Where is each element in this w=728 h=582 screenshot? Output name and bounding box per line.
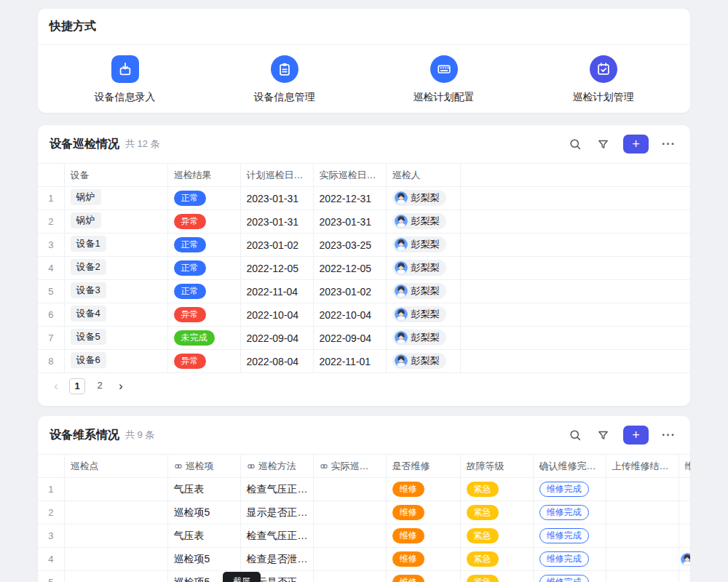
actual-date-cell[interactable]: 2022-11-01 (313, 350, 386, 373)
row-number[interactable]: 4 (38, 257, 64, 280)
upload-cell[interactable] (606, 501, 678, 525)
device-cell[interactable]: 设备4 (64, 303, 167, 327)
row-number[interactable]: 3 (38, 234, 64, 257)
point-cell[interactable] (64, 571, 167, 582)
plan-date-cell[interactable]: 2023-01-02 (240, 234, 313, 257)
inspector-cell[interactable]: 彭梨梨 (386, 280, 460, 303)
col-inspector[interactable]: 巡检人 (386, 164, 460, 187)
point-cell[interactable] (64, 478, 167, 501)
device-cell[interactable]: 锅炉 (64, 210, 167, 234)
actual-date-cell[interactable]: 2022-12-05 (313, 257, 386, 280)
result-cell[interactable]: 正常 (167, 234, 240, 257)
row-number[interactable]: 2 (38, 210, 64, 234)
clipped-cell[interactable] (678, 571, 690, 582)
col-upload[interactable]: 上传维修结… (606, 455, 678, 478)
actual-date-cell[interactable]: 2023-01-02 (313, 280, 386, 303)
page-1-button[interactable]: 1 (69, 378, 85, 394)
shortcut-plan-manage[interactable]: 巡检计划管理 (523, 55, 683, 104)
col-point[interactable]: 巡检点 (64, 455, 167, 478)
confirm-cell[interactable]: 维修完成 (533, 525, 606, 548)
row-number[interactable]: 1 (38, 478, 64, 501)
level-cell[interactable]: 紧急 (460, 478, 533, 501)
plan-date-cell[interactable]: 2023-01-31 (240, 187, 313, 210)
col-actual[interactable]: 实际巡… (313, 455, 386, 478)
result-cell[interactable]: 正常 (167, 280, 240, 303)
repair-cell[interactable]: 维修 (386, 501, 460, 525)
level-cell[interactable]: 紧急 (460, 548, 533, 571)
empty-cell[interactable] (460, 234, 690, 257)
repair-cell[interactable]: 维修 (386, 571, 460, 582)
row-number[interactable]: 5 (38, 571, 64, 582)
repair-cell[interactable]: 维修 (386, 478, 460, 501)
actual-date-cell[interactable]: 2022-09-04 (313, 327, 386, 350)
search-icon[interactable] (568, 137, 582, 151)
inspector-cell[interactable]: 彭梨梨 (386, 303, 460, 327)
add-record-button[interactable]: + (623, 135, 649, 154)
page-2-button[interactable]: 2 (92, 378, 108, 394)
inspector-cell[interactable]: 彭梨梨 (386, 187, 460, 210)
row-number[interactable]: 3 (38, 525, 64, 548)
confirm-cell[interactable]: 维修完成 (533, 501, 606, 525)
inspector-cell[interactable]: 彭梨梨 (386, 257, 460, 280)
row-number[interactable]: 5 (38, 280, 64, 303)
result-cell[interactable]: 正常 (167, 257, 240, 280)
device-cell[interactable]: 设备6 (64, 350, 167, 373)
more-actions-icon[interactable]: ··· (662, 137, 676, 151)
actual-date-cell[interactable]: 2022-10-04 (313, 303, 386, 327)
point-cell[interactable] (64, 548, 167, 571)
device-cell[interactable]: 设备2 (64, 257, 167, 280)
row-number-header[interactable] (38, 164, 64, 187)
confirm-cell[interactable]: 维修完成 (533, 571, 606, 582)
next-page-icon[interactable]: › (114, 380, 127, 393)
upload-cell[interactable] (606, 548, 678, 571)
plan-date-cell[interactable]: 2022-12-05 (240, 257, 313, 280)
device-cell[interactable]: 设备1 (64, 234, 167, 257)
device-cell[interactable]: 设备3 (64, 280, 167, 303)
upload-cell[interactable] (606, 571, 678, 582)
col-plan-date[interactable]: 计划巡检日… (240, 164, 313, 187)
clipped-cell[interactable] (678, 548, 690, 571)
actual-cell[interactable] (313, 501, 386, 525)
search-icon[interactable] (568, 428, 582, 442)
item-cell[interactable]: 巡检项5 (167, 501, 240, 525)
actual-cell[interactable] (313, 571, 386, 582)
level-cell[interactable]: 紧急 (460, 571, 533, 582)
row-number[interactable]: 6 (38, 303, 64, 327)
plan-date-cell[interactable]: 2022-10-04 (240, 303, 313, 327)
result-cell[interactable]: 正常 (167, 187, 240, 210)
filter-icon[interactable] (596, 137, 610, 151)
actual-cell[interactable] (313, 478, 386, 501)
empty-cell[interactable] (460, 187, 690, 210)
plan-date-cell[interactable]: 2022-11-04 (240, 280, 313, 303)
plan-date-cell[interactable]: 2022-08-04 (240, 350, 313, 373)
col-repair[interactable]: 是否维修 (386, 455, 460, 478)
device-cell[interactable]: 锅炉 (64, 187, 167, 210)
actual-date-cell[interactable]: 2023-01-31 (313, 210, 386, 234)
confirm-cell[interactable]: 维修完成 (533, 548, 606, 571)
row-number[interactable]: 8 (38, 350, 64, 373)
row-number[interactable]: 2 (38, 501, 64, 525)
repair-cell[interactable]: 维修 (386, 525, 460, 548)
empty-cell[interactable] (460, 327, 690, 350)
actual-cell[interactable] (313, 548, 386, 571)
result-cell[interactable]: 异常 (167, 303, 240, 327)
clipped-cell[interactable] (678, 501, 690, 525)
row-number[interactable]: 1 (38, 187, 64, 210)
empty-cell[interactable] (460, 350, 690, 373)
result-cell[interactable]: 未完成 (167, 327, 240, 350)
device-cell[interactable]: 设备5 (64, 327, 167, 350)
method-cell[interactable]: 显示是否正… (240, 501, 313, 525)
col-actual-date[interactable]: 实际巡检日… (313, 164, 386, 187)
prev-page-icon[interactable]: ‹ (50, 380, 63, 393)
item-cell[interactable]: 气压表 (167, 478, 240, 501)
point-cell[interactable] (64, 501, 167, 525)
empty-cell[interactable] (460, 257, 690, 280)
col-confirm[interactable]: 确认维修完… (533, 455, 606, 478)
filter-icon[interactable] (596, 428, 610, 442)
inspector-cell[interactable]: 彭梨梨 (386, 350, 460, 373)
inspector-cell[interactable]: 彭梨梨 (386, 234, 460, 257)
empty-cell[interactable] (460, 303, 690, 327)
clipped-cell[interactable] (678, 478, 690, 501)
point-cell[interactable] (64, 525, 167, 548)
upload-cell[interactable] (606, 525, 678, 548)
